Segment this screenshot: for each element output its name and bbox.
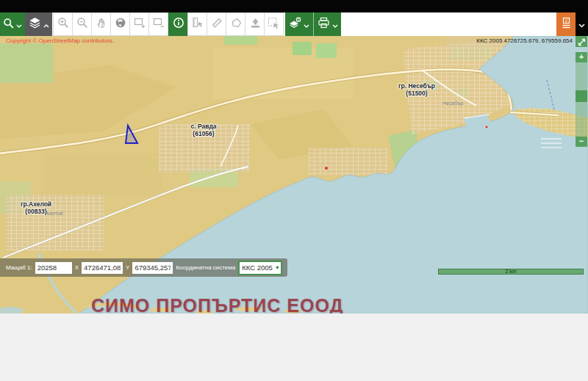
info-icon [173, 17, 184, 32]
select-region-button[interactable] [264, 12, 284, 36]
print-button[interactable] [313, 12, 341, 36]
upload-icon [249, 17, 261, 32]
cursor-coordinates: ККС 2005 4726725.679, 679559.654 [476, 37, 573, 44]
expand-icon [577, 37, 587, 49]
chevron-down-icon [332, 18, 338, 31]
y-coordinate-input[interactable] [132, 262, 173, 274]
osm-place-label-aheloy: Ахелой [46, 211, 63, 216]
top-black-bar [0, 0, 588, 12]
ruler-icon [211, 17, 223, 32]
toolbar-spacer [341, 12, 556, 36]
town-code: (61056) [159, 131, 248, 138]
results-count-badge: 0 [564, 18, 567, 23]
layers-info-icon [289, 17, 301, 32]
printer-icon [318, 17, 330, 32]
results-list-button[interactable]: 0 [556, 12, 576, 36]
scale-label: Мащаб 1: [6, 264, 32, 271]
map-canvas[interactable]: Copyright © OpenStreetMap contributors. … [0, 36, 588, 313]
town-label-aheloy: гр.Ахелой (00833) [0, 201, 80, 215]
zoom-in-map-button[interactable]: + [576, 52, 587, 62]
upload-button[interactable] [245, 12, 265, 36]
search-button[interactable] [0, 12, 25, 36]
main-toolbar: 0 [0, 12, 588, 36]
zoom-out-icon [76, 17, 88, 32]
zoom-in-button[interactable] [53, 12, 73, 36]
y-label: Y [126, 264, 129, 271]
zoom-in-icon [57, 17, 69, 32]
zoom-slider-handle[interactable] [576, 90, 587, 102]
chevron-up-icon [43, 18, 49, 31]
crs-select[interactable]: ККС 2005 ▾ [238, 261, 282, 275]
info-button[interactable] [168, 12, 188, 36]
page-background-area [0, 313, 588, 381]
select-rectangle-icon [268, 17, 280, 32]
chevron-down-icon [16, 18, 22, 31]
collapse-panel-button[interactable] [576, 12, 588, 36]
scale-bar: 2 km [438, 269, 584, 275]
map-copyright: Copyright © OpenStreetMap contributors. [6, 37, 114, 44]
x-label: X [75, 264, 79, 271]
chevron-down-icon [578, 18, 585, 31]
chevron-down-icon: ▾ [276, 265, 279, 271]
measure-area-button[interactable] [226, 12, 245, 36]
overview-button[interactable] [110, 12, 130, 36]
town-label-nesebar: гр. Несебър (51500) [373, 83, 461, 97]
layers-button[interactable] [25, 12, 52, 36]
town-code: (51500) [373, 90, 461, 98]
zoom-window-in-button[interactable] [129, 12, 149, 36]
layers-info-button[interactable] [285, 12, 313, 36]
rectangle-minus-icon [153, 17, 165, 32]
layers-icon [29, 17, 41, 32]
search-icon [3, 18, 14, 32]
measure-distance-button[interactable] [207, 12, 226, 36]
watermark: СИМО ПРОПЪРТИС ЕООД [91, 295, 343, 313]
scale-input[interactable] [35, 262, 72, 274]
osm-place-label-nesebar: Несебър [442, 101, 463, 106]
globe-icon [115, 17, 126, 32]
crs-label: Координатна система [176, 264, 235, 271]
ruler-cursor-icon [192, 17, 204, 32]
x-coordinate-input[interactable] [82, 262, 123, 274]
measure-position-button[interactable] [187, 12, 207, 36]
rectangle-plus-icon [134, 17, 146, 32]
status-bar: Мащаб 1: X Y Координатна система ККС 200… [0, 258, 287, 277]
polygon-icon [230, 17, 242, 32]
town-label-ravda: с. Равда (61056) [159, 123, 248, 137]
hand-icon [96, 17, 107, 32]
zoom-out-map-button[interactable]: − [576, 137, 587, 147]
expand-map-button[interactable] [576, 36, 587, 47]
pan-button[interactable] [91, 12, 111, 36]
town-code: (00833) [0, 208, 80, 216]
chevron-down-icon [304, 18, 309, 31]
zoom-out-button[interactable] [72, 12, 92, 36]
crs-selected-value: ККС 2005 [242, 264, 273, 272]
zoom-window-out-button[interactable] [148, 12, 168, 36]
results-list-icon: 0 [560, 17, 573, 32]
